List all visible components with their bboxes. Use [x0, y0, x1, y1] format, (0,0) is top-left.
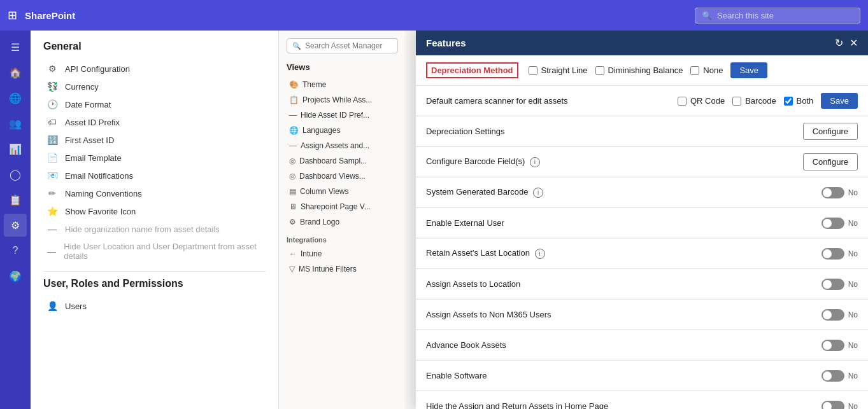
qr-code-checkbox[interactable]: [678, 97, 687, 106]
settings-item-hideuser[interactable]: — Hide User Location and User Department…: [43, 238, 266, 265]
qr-code-option[interactable]: QR Code: [678, 96, 725, 106]
advance-book-status: No: [848, 341, 858, 350]
view-item-dashboard-views[interactable]: ◎ Dashboard Views...: [287, 169, 398, 184]
sidebar-globe-icon[interactable]: 🌐: [4, 87, 27, 109]
settings-item-api[interactable]: ⚙ API Configuration: [43, 60, 266, 78]
sidebar-settings-icon[interactable]: ⚙: [4, 214, 27, 237]
intune-icon: ←: [289, 249, 297, 258]
none-option[interactable]: None: [690, 66, 723, 75]
sidebar-menu-icon[interactable]: ☰: [4, 36, 27, 59]
assetid-icon: 🏷: [46, 117, 59, 127]
grid-icon[interactable]: ⊞: [8, 8, 17, 22]
external-user-toggle-container: No: [822, 218, 858, 229]
assign-location-toggle-container: No: [822, 279, 858, 290]
settings-item-emailtemplate[interactable]: 📄 Email Template: [43, 149, 266, 167]
both-checkbox[interactable]: [784, 97, 793, 106]
users-icon: 👤: [46, 301, 59, 311]
straight-line-checkbox[interactable]: [529, 66, 537, 75]
diminishing-checkbox[interactable]: [595, 66, 604, 75]
settings-item-firstasset[interactable]: 🔢 First Asset ID: [43, 131, 266, 149]
view-item-projects[interactable]: 📋 Projects While Ass...: [287, 92, 398, 107]
barcode-fields-info-icon[interactable]: i: [530, 157, 540, 167]
section-divider: [43, 271, 266, 272]
integration-item-intune[interactable]: ← Intune: [287, 246, 398, 261]
depreciation-settings-configure-btn[interactable]: Configure: [803, 123, 858, 140]
currency-icon: 💱: [46, 81, 59, 92]
assign-location-toggle[interactable]: [822, 279, 844, 290]
sidebar-users-icon[interactable]: 👥: [4, 112, 27, 135]
barcode-fields-row: Configure Barcode Field(s) i Configure: [416, 147, 868, 177]
sidebar-help-icon[interactable]: ?: [4, 239, 27, 262]
view-item-brand[interactable]: ⚙ Brand Logo: [287, 214, 398, 230]
both-label: Both: [797, 96, 814, 106]
hideasset-icon: —: [289, 111, 297, 120]
features-close-btn[interactable]: ✕: [850, 37, 858, 49]
barcode-fields-configure-btn[interactable]: Configure: [803, 153, 858, 170]
settings-item-currency[interactable]: 💱 Currency: [43, 78, 266, 95]
view-item-column-label: Column Views: [300, 187, 348, 196]
settings-item-hideorg[interactable]: — Hide organization name from asset deta…: [43, 220, 266, 238]
settings-item-naming-label: Naming Conventions: [65, 189, 142, 198]
column-icon: ▤: [289, 187, 296, 196]
last-location-toggle[interactable]: [822, 248, 844, 260]
settings-item-favorite[interactable]: ⭐ Show Favorite Icon: [43, 202, 266, 220]
enable-software-row: Enable Software No: [416, 361, 868, 391]
sidebar-globe2-icon[interactable]: 🌍: [4, 265, 27, 288]
settings-item-naming[interactable]: ✏ Naming Conventions: [43, 184, 266, 202]
advance-book-toggle[interactable]: [822, 340, 844, 351]
barcode-checkbox[interactable]: [732, 97, 741, 106]
view-item-projects-label: Projects While Ass...: [302, 95, 372, 104]
diminishing-option[interactable]: Diminishing Balance: [595, 66, 683, 75]
dashboard-sample-icon: ◎: [289, 156, 295, 165]
general-title: General: [43, 41, 266, 52]
sidebar-home-icon[interactable]: 🏠: [4, 61, 27, 84]
sidebar-circle-icon[interactable]: ◯: [4, 163, 27, 186]
depreciation-save-btn[interactable]: Save: [730, 62, 767, 78]
integration-item-msintune[interactable]: ▽ MS Intune Filters: [287, 261, 398, 277]
hide-assign-return-slider: [822, 401, 844, 410]
last-location-status: No: [848, 249, 858, 258]
settings-item-api-label: API Configuration: [65, 64, 130, 74]
settings-item-date[interactable]: 🕐 Date Format: [43, 95, 266, 113]
view-item-assign[interactable]: — Assign Assets and...: [287, 138, 398, 153]
settings-item-assetid[interactable]: 🏷 Asset ID Prefix: [43, 113, 266, 131]
middle-search-input[interactable]: [305, 41, 392, 50]
favorite-icon: ⭐: [46, 206, 59, 216]
view-item-brand-label: Brand Logo: [300, 218, 339, 226]
depreciation-method-label: Depreciation Method: [426, 66, 518, 75]
enable-software-toggle[interactable]: [822, 370, 844, 382]
view-item-column[interactable]: ▤ Column Views: [287, 184, 398, 199]
settings-item-date-label: Date Format: [65, 100, 111, 109]
barcode-label: Barcode: [745, 96, 776, 106]
non-m365-toggle[interactable]: [822, 309, 844, 321]
view-item-hideasset[interactable]: — Hide Asset ID Pref...: [287, 107, 398, 123]
barcode-option[interactable]: Barcode: [732, 96, 776, 106]
none-checkbox[interactable]: [690, 66, 699, 75]
system-barcode-toggle[interactable]: [822, 187, 844, 198]
hide-assign-return-toggle[interactable]: [822, 401, 844, 410]
brand-name: SharePoint: [25, 10, 75, 21]
non-m365-slider: [822, 309, 844, 321]
sidebar-chart-icon[interactable]: 📊: [4, 137, 27, 160]
sidebar-doc-icon[interactable]: 📋: [4, 188, 27, 211]
search-input[interactable]: [717, 11, 853, 20]
system-barcode-info-icon[interactable]: i: [533, 188, 543, 198]
depreciation-method-row: Depreciation Method Straight Line Dimini…: [416, 55, 868, 86]
camera-save-btn[interactable]: Save: [821, 93, 858, 109]
view-item-dashboard-sample[interactable]: ◎ Dashboard Sampl...: [287, 153, 398, 169]
last-location-row: Retain Asset's Last Location i No: [416, 239, 868, 269]
straight-line-option[interactable]: Straight Line: [529, 66, 588, 75]
api-icon: ⚙: [46, 64, 59, 74]
features-refresh-btn[interactable]: ↻: [835, 37, 843, 49]
settings-item-emailnotif[interactable]: 📧 Email Notifications: [43, 167, 266, 184]
last-location-info-icon[interactable]: i: [535, 249, 545, 259]
settings-item-users[interactable]: 👤 Users: [43, 297, 266, 315]
view-item-sharepoint[interactable]: 🖥 Sharepoint Page V...: [287, 199, 398, 214]
camera-scanner-row: Default camera scanner for edit assets Q…: [416, 86, 868, 116]
advance-book-slider: [822, 340, 844, 351]
external-user-toggle[interactable]: [822, 218, 844, 229]
view-item-theme[interactable]: 🎨 Theme: [287, 77, 398, 92]
features-header: Features ↻ ✕: [416, 31, 868, 55]
view-item-languages[interactable]: 🌐 Languages: [287, 123, 398, 138]
both-option[interactable]: Both: [784, 96, 814, 106]
